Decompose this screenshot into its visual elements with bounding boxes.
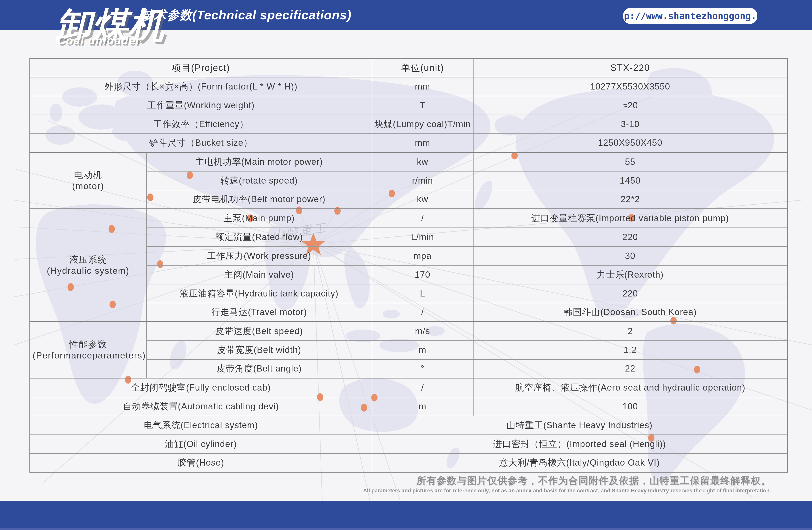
spec-table: 项目(Project) 单位(unit) STX-220 外形尺寸（长×宽×高）… <box>29 58 788 473</box>
unit-cell: 块煤(Lumpy coal)T/min <box>372 115 473 134</box>
table-header-row: 项目(Project) 单位(unit) STX-220 <box>30 59 787 77</box>
category-label-en: (Performanceparameters) <box>32 350 144 361</box>
table-row: 电气系统(Electrical system)山特重工(Shante Heavy… <box>30 416 787 435</box>
page-title: 技术参数(Technical specifications) <box>141 8 351 22</box>
value-cell: 1450 <box>473 171 787 190</box>
table-row: 油缸(Oil cylinder)进口密封（恒立）(Imported seal (… <box>30 435 787 454</box>
table-row: 工作效率（Efficiency）块煤(Lumpy coal)T/min3-10 <box>30 115 787 134</box>
value-cell: 进口变量柱赛泵(Imported variable piston pump) <box>473 209 787 228</box>
project-cell: 工作压力(Work pressure) <box>146 246 372 266</box>
category-label-zh: 液压系统 <box>32 254 144 266</box>
table-row: 电动机(motor)主电机功率(Main motor power)kw55 <box>30 153 787 171</box>
unit-cell: L <box>372 284 473 303</box>
category-label-zh: 电动机 <box>32 170 144 181</box>
unit-cell: mpa <box>372 246 473 266</box>
value-cell: 55 <box>473 153 787 171</box>
value-cell: 22*2 <box>473 190 787 209</box>
category-label-en: (motor) <box>32 181 144 192</box>
project-cell: 皮带电机功率(Belt motor power) <box>146 190 372 209</box>
table-row: 胶管(Hose)意大利/青岛橡六(Italy/Qingdao Oak VI) <box>30 454 787 472</box>
logo-text-en: Coal unloader <box>57 35 141 46</box>
table-row: 性能参数(Performanceparameters)皮带速度(Belt spe… <box>30 322 787 341</box>
page: { "header_bar": { "logo_zh": "卸煤机", "log… <box>0 0 812 530</box>
project-cell: 皮带速度(Belt speed) <box>146 322 372 341</box>
value-cell: 意大利/青岛橡六(Italy/Qingdao Oak VI) <box>372 454 787 472</box>
value-cell: 30 <box>473 246 787 266</box>
col-header-unit: 单位(unit) <box>372 59 473 77</box>
table-row: 液压系统(Hydraulic system)主泵(Main pump)/进口变量… <box>30 209 787 228</box>
value-cell: 1250X950X450 <box>473 134 787 153</box>
category-label-en: (Hydraulic system) <box>32 266 144 276</box>
unit-cell: / <box>372 378 473 397</box>
value-cell: 力士乐(Rexroth) <box>473 266 787 284</box>
unit-cell: T <box>372 96 473 115</box>
disclaimer: 所有参数与图片仅供参考，不作为合同附件及依据，山特重工保留最终解释权。 All … <box>363 475 771 494</box>
value-cell: 22 <box>473 359 787 378</box>
table-row: 外形尺寸（长×宽×高）(Form factor(L * W * H))mm102… <box>30 77 787 96</box>
project-cell: 主电机功率(Main motor power) <box>146 153 372 171</box>
project-cell: 额定流量(Rated flow) <box>146 228 372 246</box>
project-cell: 胶管(Hose) <box>30 454 372 472</box>
unit-cell: kw <box>372 190 473 209</box>
project-cell: 主阀(Main valve) <box>146 266 372 284</box>
value-cell: 220 <box>473 284 787 303</box>
unit-cell: m/s <box>372 322 473 341</box>
unit-cell: / <box>372 209 473 228</box>
value-cell: 进口密封（恒立）(Imported seal (Hengli)) <box>372 435 787 454</box>
project-cell: 外形尺寸（长×宽×高）(Form factor(L * W * H)) <box>30 77 372 96</box>
unit-cell: / <box>372 303 473 322</box>
category-cell: 性能参数(Performanceparameters) <box>30 322 146 378</box>
project-cell: 主泵(Main pump) <box>146 209 372 228</box>
website-url-box[interactable]: Http://www.shantezhonggong.com <box>623 8 757 24</box>
unit-cell: 170 <box>372 266 473 284</box>
project-cell: 皮带角度(Belt angle) <box>146 359 372 378</box>
footer-accent-strip <box>0 528 812 530</box>
website-url[interactable]: Http://www.shantezhonggong.com <box>607 11 773 21</box>
unit-cell: mm <box>372 77 473 96</box>
table-row: 铲斗尺寸（Bucket size）mm1250X950X450 <box>30 134 787 153</box>
disclaimer-en: All parameters and pictures are for refe… <box>363 487 771 494</box>
unit-cell: m <box>372 341 473 359</box>
project-cell: 全封闭驾驶室(Fully enclosed cab) <box>30 378 372 397</box>
value-cell: 韩国斗山(Doosan, South Korea) <box>473 303 787 322</box>
project-cell: 液压油箱容量(Hydraulic tank capacity) <box>146 284 372 303</box>
project-cell: 皮带宽度(Belt width) <box>146 341 372 359</box>
footer-bar <box>0 501 812 530</box>
project-cell: 工作效率（Efficiency） <box>30 115 372 134</box>
category-cell: 电动机(motor) <box>30 153 146 209</box>
value-cell: 2 <box>473 322 787 341</box>
category-cell: 液压系统(Hydraulic system) <box>30 209 146 322</box>
project-cell: 铲斗尺寸（Bucket size） <box>30 134 372 153</box>
project-cell: 行走马达(Travel motor) <box>146 303 372 322</box>
value-cell: 100 <box>473 397 787 416</box>
value-cell: ≈20 <box>473 96 787 115</box>
col-header-model: STX-220 <box>473 59 787 77</box>
unit-cell: ° <box>372 359 473 378</box>
table-row: 全封闭驾驶室(Fully enclosed cab)/航空座椅、液压操作(Aer… <box>30 378 787 397</box>
unit-cell: L/min <box>372 228 473 246</box>
value-cell: 220 <box>473 228 787 246</box>
category-label-zh: 性能参数 <box>32 339 144 350</box>
project-cell: 工作重量(Working weight) <box>30 96 372 115</box>
unit-cell: m <box>372 397 473 416</box>
col-header-project: 项目(Project) <box>30 59 372 77</box>
table-row: 工作重量(Working weight)T≈20 <box>30 96 787 115</box>
project-cell: 油缸(Oil cylinder) <box>30 435 372 454</box>
unit-cell: r/min <box>372 171 473 190</box>
value-cell: 山特重工(Shante Heavy Industries) <box>372 416 787 435</box>
project-cell: 自动卷缆装置(Automatic cabling devi) <box>30 397 372 416</box>
project-cell: 电气系统(Electrical system) <box>30 416 372 435</box>
value-cell: 10277X5530X3550 <box>473 77 787 96</box>
value-cell: 航空座椅、液压操作(Aero seat and hydraulic operat… <box>473 378 787 397</box>
unit-cell: mm <box>372 134 473 153</box>
value-cell: 3-10 <box>473 115 787 134</box>
disclaimer-zh: 所有参数与图片仅供参考，不作为合同附件及依据，山特重工保留最终解释权。 <box>363 475 771 486</box>
spec-table-body: 外形尺寸（长×宽×高）(Form factor(L * W * H))mm102… <box>30 77 787 472</box>
unit-cell: kw <box>372 153 473 171</box>
value-cell: 1.2 <box>473 341 787 359</box>
table-row: 自动卷缆装置(Automatic cabling devi)m100 <box>30 397 787 416</box>
project-cell: 转速(rotate speed) <box>146 171 372 190</box>
